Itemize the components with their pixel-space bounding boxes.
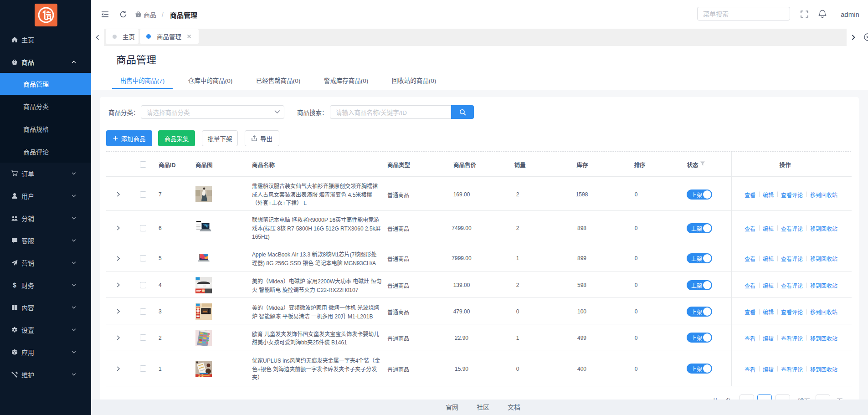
svg-text:$: $ xyxy=(13,282,16,288)
